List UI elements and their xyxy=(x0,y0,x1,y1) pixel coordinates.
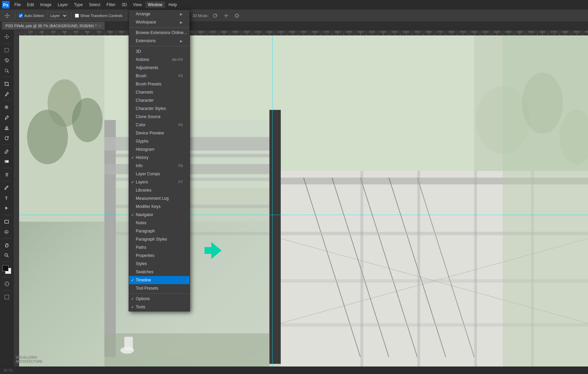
menu-item-3d[interactable]: 3D xyxy=(129,47,190,55)
document-tab[interactable]: PSD FINAL.psb @ 38.7% (BACKGROUND, RGB/8… xyxy=(2,22,105,30)
window-menu-dropdown[interactable]: Arrange▶Workspace▶Browse Extensions Onli… xyxy=(129,10,190,311)
eyedropper-tool[interactable] xyxy=(2,89,12,99)
path-select-tool[interactable] xyxy=(2,204,12,213)
auto-select-check[interactable]: Auto-Select: xyxy=(19,14,45,18)
brush-tool[interactable] xyxy=(2,113,12,122)
menu-item-paths[interactable]: Paths xyxy=(129,243,190,251)
quick-mask-btn[interactable] xyxy=(2,279,12,289)
type-tool[interactable]: T xyxy=(2,193,12,203)
menu-item-measurement-log[interactable]: Measurement Log xyxy=(129,194,190,202)
menu-item-character-styles[interactable]: Character Styles xyxy=(129,104,190,113)
menu-3d[interactable]: 3D xyxy=(119,1,129,8)
menu-layer[interactable]: Layer xyxy=(55,1,70,8)
menu-item-label-info: Info xyxy=(136,163,143,168)
menu-item-actions[interactable]: ActionsAlt+F9 xyxy=(129,55,190,64)
menu-item-layer-comps[interactable]: Layer Comps xyxy=(129,170,190,178)
menu-item-options[interactable]: Options xyxy=(129,295,190,303)
svg-rect-64 xyxy=(474,171,477,374)
move-tool[interactable] xyxy=(2,32,12,42)
history-brush-tool[interactable] xyxy=(2,133,12,143)
menu-view[interactable]: View xyxy=(130,1,145,8)
menu-item-extensions[interactable]: Extensions▶ xyxy=(129,37,190,45)
rectangle-select-tool[interactable] xyxy=(2,45,12,55)
svg-rect-27 xyxy=(5,220,9,223)
3d-pan-btn[interactable] xyxy=(222,12,230,19)
menu-item-layers[interactable]: LayersF7 xyxy=(129,178,190,186)
menu-type[interactable]: Type xyxy=(71,1,85,8)
menu-edit[interactable]: Edit xyxy=(24,1,37,8)
menu-item-browse-ext[interactable]: Browse Extensions Online... xyxy=(129,29,190,37)
svg-marker-70 xyxy=(205,242,222,259)
rectangle-tool[interactable] xyxy=(2,217,12,226)
tool-divider-7 xyxy=(2,215,11,215)
menu-item-color[interactable]: ColorF6 xyxy=(129,121,190,129)
menu-item-navigator[interactable]: Navigator xyxy=(129,211,190,219)
menu-item-styles[interactable]: Styles xyxy=(129,260,190,268)
menu-item-notes[interactable]: Notes xyxy=(129,219,190,227)
dodge-tool[interactable] xyxy=(2,170,12,179)
menu-item-tool-presets[interactable]: Tool Presets xyxy=(129,284,190,292)
show-transform-check[interactable]: Show Transform Controls xyxy=(75,14,122,18)
menu-item-brush[interactable]: BrushF5 xyxy=(129,72,190,80)
3d-object-tool[interactable] xyxy=(2,227,12,237)
menu-item-modifier-keys[interactable]: Modifier Keys xyxy=(129,202,190,211)
menu-item-history[interactable]: History xyxy=(129,153,190,162)
toolbar-divider-3 xyxy=(126,12,126,19)
menubar: Ps File Edit Image Layer Type Select Fil… xyxy=(0,0,588,10)
stamp-tool[interactable] xyxy=(2,123,12,132)
menu-image[interactable]: Image xyxy=(37,1,54,8)
tab-close-btn[interactable]: ✕ xyxy=(99,24,101,28)
menu-item-label-histogram: Histogram xyxy=(136,147,154,152)
svg-rect-63 xyxy=(417,171,420,374)
menu-item-paragraph-styles[interactable]: Paragraph Styles xyxy=(129,235,190,243)
menu-file[interactable]: File xyxy=(12,1,23,8)
menu-item-paragraph[interactable]: Paragraph xyxy=(129,227,190,235)
menu-item-tools[interactable]: Tools xyxy=(129,303,190,311)
menu-item-arrange[interactable]: Arrange▶ xyxy=(129,10,190,18)
menu-item-device-preview[interactable]: Device Preview xyxy=(129,129,190,137)
menu-item-libraries[interactable]: Libraries xyxy=(129,186,190,194)
canvas-image[interactable] xyxy=(19,35,588,374)
tool-divider-4 xyxy=(2,144,11,145)
hand-tool[interactable] xyxy=(2,240,12,250)
zoom-tool[interactable] xyxy=(2,250,12,260)
move-tool-btn[interactable] xyxy=(3,12,12,19)
menu-item-timeline[interactable]: Timeline xyxy=(129,276,190,284)
menu-item-clone-source[interactable]: Clone Source xyxy=(129,113,190,121)
menu-item-brush-presets[interactable]: Brush Presets xyxy=(129,80,190,88)
canvas-svg-bg xyxy=(19,35,588,374)
3d-rotate-btn[interactable] xyxy=(211,12,219,19)
foreground-color-swatch[interactable] xyxy=(2,265,9,271)
menu-item-label-actions: Actions xyxy=(136,57,149,62)
menu-window[interactable]: Window xyxy=(145,1,165,8)
crop-tool[interactable] xyxy=(2,79,12,88)
menu-shortcut-brush: F5 xyxy=(178,74,183,78)
menu-item-info[interactable]: InfoF8 xyxy=(129,162,190,170)
svg-point-35 xyxy=(72,98,103,142)
spot-heal-tool[interactable] xyxy=(2,102,12,112)
lasso-tool[interactable] xyxy=(2,55,12,65)
menu-filter[interactable]: Filter xyxy=(104,1,118,8)
svg-point-22 xyxy=(5,95,6,96)
menu-item-glyphs[interactable]: Glyphs xyxy=(129,137,190,145)
menu-help[interactable]: Help xyxy=(166,1,180,8)
menu-item-properties[interactable]: Properties xyxy=(129,251,190,260)
menu-item-workspace[interactable]: Workspace▶ xyxy=(129,18,190,26)
menu-select[interactable]: Select xyxy=(86,1,103,8)
eraser-tool[interactable] xyxy=(2,146,12,156)
menu-item-channels[interactable]: Channels xyxy=(129,88,190,96)
svg-rect-62 xyxy=(360,171,363,374)
color-swatches[interactable] xyxy=(2,265,11,274)
gradient-tool[interactable] xyxy=(2,157,12,166)
menu-item-character[interactable]: Character xyxy=(129,96,190,104)
menu-item-histogram[interactable]: Histogram xyxy=(129,145,190,153)
menu-item-adjustments[interactable]: Adjustments xyxy=(129,64,190,72)
pen-tool[interactable] xyxy=(2,183,12,193)
auto-select-dropdown[interactable]: Layer xyxy=(47,12,68,19)
guide-horizontal xyxy=(19,215,588,215)
menu-item-label-glyphs: Glyphs xyxy=(136,139,148,144)
3d-dolly-btn[interactable] xyxy=(232,12,241,19)
menu-item-swatches[interactable]: Swatches xyxy=(129,268,190,276)
screen-mode-btn[interactable] xyxy=(2,292,12,302)
quick-select-tool[interactable] xyxy=(2,66,12,75)
